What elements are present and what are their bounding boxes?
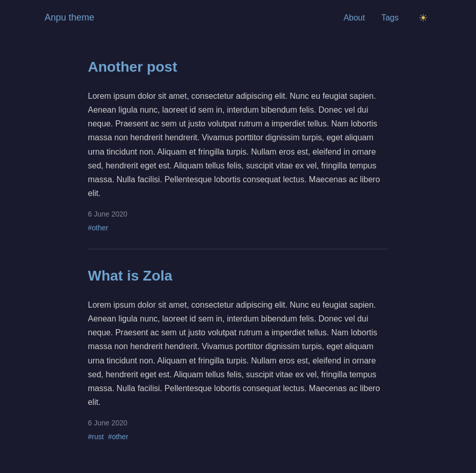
post-content: Lorem ipsum dolor sit amet, consectetur … [88, 298, 388, 410]
nav-tags[interactable]: Tags [381, 11, 399, 25]
sun-icon: ☀ [419, 12, 428, 24]
post-title[interactable]: What is Zola [88, 265, 388, 288]
main-content: Another post Lorem ipsum dolor sit amet,… [44, 35, 433, 473]
post-date: 6 June 2020 [88, 417, 388, 428]
post-tag[interactable]: #rust [88, 431, 104, 442]
post-item: What is Zola Lorem ipsum dolor sit amet,… [88, 249, 388, 458]
nav-about[interactable]: About [343, 11, 365, 25]
post-meta: 6 June 2020 #other [88, 208, 388, 233]
site-header: Anpu theme About Tags ☀ [0, 0, 476, 35]
post-tags: #rust #other [88, 431, 388, 442]
post-date: 6 June 2020 [88, 208, 388, 220]
post-content: Lorem ipsum dolor sit amet, consectetur … [88, 89, 388, 201]
main-nav: About Tags ☀ [343, 10, 431, 26]
post-title[interactable]: Another post [88, 56, 388, 79]
site-title[interactable]: Anpu theme [45, 10, 94, 25]
post-meta: 6 June 2020 #rust #other [88, 417, 388, 442]
post-tag[interactable]: #other [108, 431, 129, 442]
post-tags: #other [88, 222, 388, 233]
post-tag[interactable]: #other [88, 222, 109, 233]
theme-toggle-button[interactable]: ☀ [415, 10, 431, 26]
post-item: Another post Lorem ipsum dolor sit amet,… [88, 46, 388, 249]
